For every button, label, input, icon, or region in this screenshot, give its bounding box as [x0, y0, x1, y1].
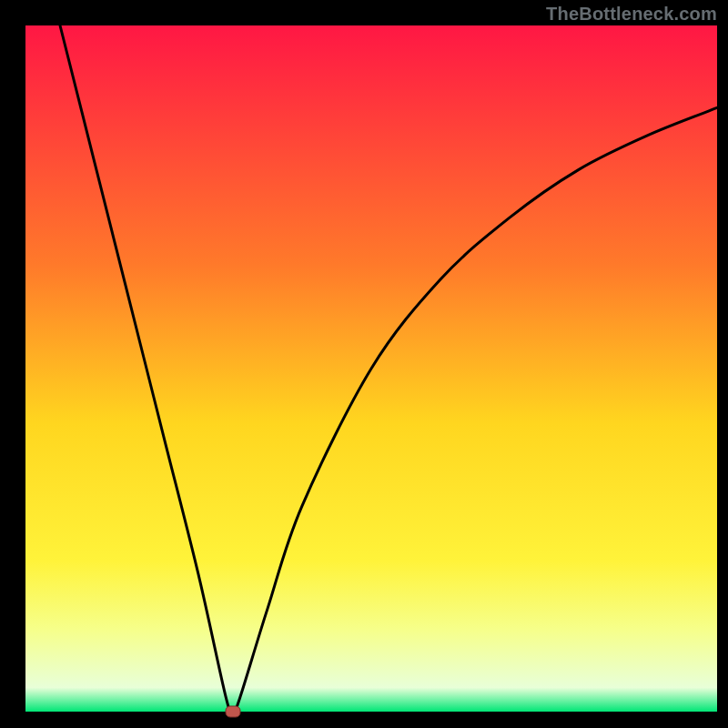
bottleneck-chart [0, 0, 728, 728]
chart-frame: TheBottleneck.com [0, 0, 728, 728]
optimal-marker [226, 706, 240, 717]
watermark-text: TheBottleneck.com [546, 4, 717, 25]
